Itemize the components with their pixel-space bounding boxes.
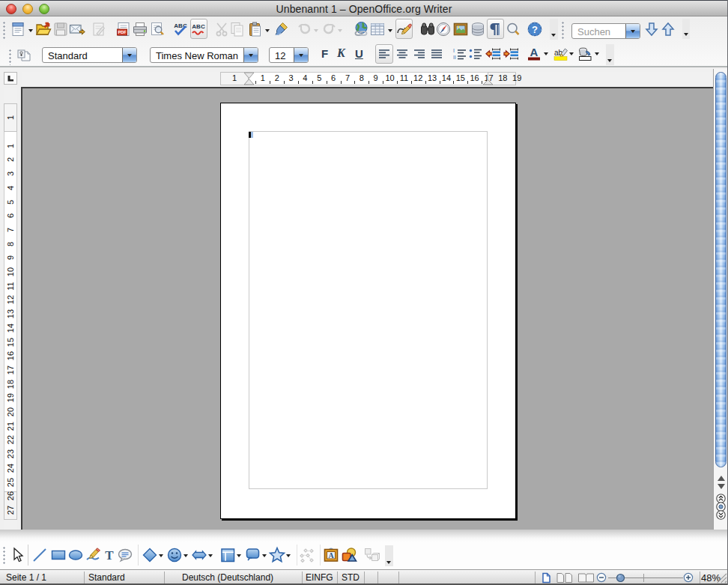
svg-text:I: I bbox=[453, 48, 455, 53]
svg-text:II: II bbox=[453, 55, 456, 60]
svg-text:A: A bbox=[530, 46, 539, 58]
svg-text:PDF: PDF bbox=[118, 30, 127, 34]
svg-text:T: T bbox=[105, 548, 114, 563]
svg-text:A: A bbox=[328, 551, 334, 560]
svg-text:ABC: ABC bbox=[192, 23, 205, 30]
svg-text:?: ? bbox=[532, 24, 538, 35]
